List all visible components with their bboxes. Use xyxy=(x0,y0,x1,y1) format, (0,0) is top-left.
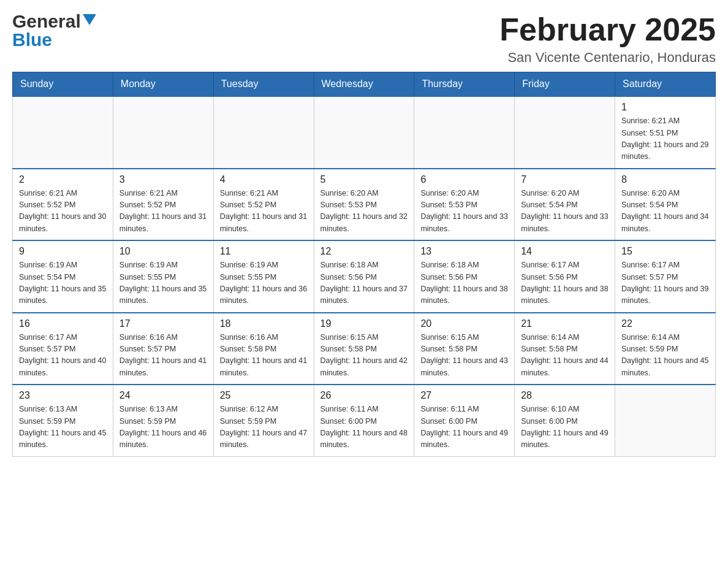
weekday-header-sunday: Sunday xyxy=(13,72,113,97)
day-info: Sunrise: 6:21 AM Sunset: 5:51 PM Dayligh… xyxy=(621,115,709,163)
calendar-day: 19Sunrise: 6:15 AM Sunset: 5:58 PM Dayli… xyxy=(314,313,414,385)
calendar-day: 23Sunrise: 6:13 AM Sunset: 5:59 PM Dayli… xyxy=(13,385,113,456)
logo-general-text: General xyxy=(12,12,81,31)
week-row-1: 1Sunrise: 6:21 AM Sunset: 5:51 PM Daylig… xyxy=(13,96,716,169)
day-number: 19 xyxy=(320,318,408,329)
calendar-day xyxy=(314,96,414,169)
calendar-day: 14Sunrise: 6:17 AM Sunset: 5:56 PM Dayli… xyxy=(515,240,615,313)
day-number: 1 xyxy=(621,102,709,113)
day-number: 20 xyxy=(420,318,508,329)
calendar-table: SundayMondayTuesdayWednesdayThursdayFrid… xyxy=(12,72,716,457)
day-number: 23 xyxy=(19,390,107,401)
weekday-header-thursday: Thursday xyxy=(414,72,515,97)
calendar-day: 21Sunrise: 6:14 AM Sunset: 5:58 PM Dayli… xyxy=(515,313,615,385)
day-info: Sunrise: 6:12 AM Sunset: 5:59 PM Dayligh… xyxy=(220,404,308,451)
calendar-day: 22Sunrise: 6:14 AM Sunset: 5:59 PM Dayli… xyxy=(615,313,716,385)
calendar-day: 18Sunrise: 6:16 AM Sunset: 5:58 PM Dayli… xyxy=(213,313,314,385)
day-number: 13 xyxy=(420,246,508,257)
day-info: Sunrise: 6:20 AM Sunset: 5:54 PM Dayligh… xyxy=(621,188,709,236)
calendar-day xyxy=(113,96,213,169)
week-row-2: 2Sunrise: 6:21 AM Sunset: 5:52 PM Daylig… xyxy=(13,169,716,241)
calendar-day: 4Sunrise: 6:21 AM Sunset: 5:52 PM Daylig… xyxy=(213,169,314,241)
logo-blue-text: Blue xyxy=(12,31,52,49)
day-info: Sunrise: 6:19 AM Sunset: 5:54 PM Dayligh… xyxy=(19,259,107,307)
day-number: 2 xyxy=(19,174,107,185)
day-info: Sunrise: 6:15 AM Sunset: 5:58 PM Dayligh… xyxy=(320,332,408,380)
day-number: 5 xyxy=(320,174,408,185)
calendar-day: 5Sunrise: 6:20 AM Sunset: 5:53 PM Daylig… xyxy=(314,169,414,241)
day-number: 18 xyxy=(220,318,308,329)
day-number: 8 xyxy=(621,174,709,185)
day-info: Sunrise: 6:18 AM Sunset: 5:56 PM Dayligh… xyxy=(420,259,508,307)
calendar-day: 11Sunrise: 6:19 AM Sunset: 5:55 PM Dayli… xyxy=(213,240,314,313)
day-info: Sunrise: 6:20 AM Sunset: 5:54 PM Dayligh… xyxy=(521,188,609,236)
day-number: 15 xyxy=(621,246,709,257)
day-info: Sunrise: 6:17 AM Sunset: 5:56 PM Dayligh… xyxy=(521,259,609,307)
day-info: Sunrise: 6:11 AM Sunset: 6:00 PM Dayligh… xyxy=(420,404,508,451)
week-row-4: 16Sunrise: 6:17 AM Sunset: 5:57 PM Dayli… xyxy=(13,313,716,385)
day-info: Sunrise: 6:21 AM Sunset: 5:52 PM Dayligh… xyxy=(220,188,308,236)
calendar-day: 9Sunrise: 6:19 AM Sunset: 5:54 PM Daylig… xyxy=(13,240,113,313)
calendar-day: 1Sunrise: 6:21 AM Sunset: 5:51 PM Daylig… xyxy=(615,96,716,169)
calendar-day: 10Sunrise: 6:19 AM Sunset: 5:55 PM Dayli… xyxy=(113,240,213,313)
weekday-header-friday: Friday xyxy=(515,72,615,97)
day-info: Sunrise: 6:20 AM Sunset: 5:53 PM Dayligh… xyxy=(420,188,508,236)
calendar-day: 17Sunrise: 6:16 AM Sunset: 5:57 PM Dayli… xyxy=(113,313,213,385)
day-number: 22 xyxy=(621,318,709,329)
day-info: Sunrise: 6:16 AM Sunset: 5:58 PM Dayligh… xyxy=(220,332,308,380)
day-number: 28 xyxy=(521,390,609,401)
page-header: General Blue February 2025 San Vicente C… xyxy=(12,12,716,66)
day-number: 27 xyxy=(420,390,508,401)
calendar-day xyxy=(13,96,113,169)
calendar-day: 3Sunrise: 6:21 AM Sunset: 5:52 PM Daylig… xyxy=(113,169,213,241)
day-number: 24 xyxy=(119,390,207,401)
calendar-day xyxy=(615,385,716,456)
calendar-header-row: SundayMondayTuesdayWednesdayThursdayFrid… xyxy=(13,72,716,97)
calendar-day: 8Sunrise: 6:20 AM Sunset: 5:54 PM Daylig… xyxy=(615,169,716,241)
day-info: Sunrise: 6:17 AM Sunset: 5:57 PM Dayligh… xyxy=(621,259,709,307)
calendar-day: 13Sunrise: 6:18 AM Sunset: 5:56 PM Dayli… xyxy=(414,240,515,313)
month-title: February 2025 xyxy=(499,12,716,47)
calendar-day xyxy=(414,96,515,169)
day-number: 26 xyxy=(320,390,408,401)
day-info: Sunrise: 6:14 AM Sunset: 5:59 PM Dayligh… xyxy=(621,332,709,380)
calendar-day: 20Sunrise: 6:15 AM Sunset: 5:58 PM Dayli… xyxy=(414,313,515,385)
logo-triangle-icon xyxy=(83,14,96,25)
logo: General Blue xyxy=(12,12,96,49)
day-number: 12 xyxy=(320,246,408,257)
day-number: 10 xyxy=(119,246,207,257)
day-info: Sunrise: 6:19 AM Sunset: 5:55 PM Dayligh… xyxy=(119,259,207,307)
week-row-5: 23Sunrise: 6:13 AM Sunset: 5:59 PM Dayli… xyxy=(13,385,716,456)
day-info: Sunrise: 6:21 AM Sunset: 5:52 PM Dayligh… xyxy=(119,188,207,236)
day-number: 3 xyxy=(119,174,207,185)
week-row-3: 9Sunrise: 6:19 AM Sunset: 5:54 PM Daylig… xyxy=(13,240,716,313)
day-number: 11 xyxy=(220,246,308,257)
calendar-day xyxy=(515,96,615,169)
calendar-day: 16Sunrise: 6:17 AM Sunset: 5:57 PM Dayli… xyxy=(13,313,113,385)
day-info: Sunrise: 6:20 AM Sunset: 5:53 PM Dayligh… xyxy=(320,188,408,236)
day-number: 7 xyxy=(521,174,609,185)
day-number: 21 xyxy=(521,318,609,329)
day-number: 14 xyxy=(521,246,609,257)
day-info: Sunrise: 6:19 AM Sunset: 5:55 PM Dayligh… xyxy=(220,259,308,307)
day-info: Sunrise: 6:17 AM Sunset: 5:57 PM Dayligh… xyxy=(19,332,107,380)
weekday-header-monday: Monday xyxy=(113,72,213,97)
calendar-day: 7Sunrise: 6:20 AM Sunset: 5:54 PM Daylig… xyxy=(515,169,615,241)
calendar-day: 15Sunrise: 6:17 AM Sunset: 5:57 PM Dayli… xyxy=(615,240,716,313)
calendar-day: 27Sunrise: 6:11 AM Sunset: 6:00 PM Dayli… xyxy=(414,385,515,456)
day-info: Sunrise: 6:16 AM Sunset: 5:57 PM Dayligh… xyxy=(119,332,207,380)
calendar-day: 26Sunrise: 6:11 AM Sunset: 6:00 PM Dayli… xyxy=(314,385,414,456)
calendar-day: 12Sunrise: 6:18 AM Sunset: 5:56 PM Dayli… xyxy=(314,240,414,313)
day-info: Sunrise: 6:10 AM Sunset: 6:00 PM Dayligh… xyxy=(521,404,609,451)
weekday-header-saturday: Saturday xyxy=(615,72,716,97)
day-info: Sunrise: 6:15 AM Sunset: 5:58 PM Dayligh… xyxy=(420,332,508,380)
day-number: 4 xyxy=(220,174,308,185)
day-number: 6 xyxy=(420,174,508,185)
day-info: Sunrise: 6:11 AM Sunset: 6:00 PM Dayligh… xyxy=(320,404,408,451)
calendar-day: 2Sunrise: 6:21 AM Sunset: 5:52 PM Daylig… xyxy=(13,169,113,241)
weekday-header-tuesday: Tuesday xyxy=(213,72,314,97)
calendar-day: 25Sunrise: 6:12 AM Sunset: 5:59 PM Dayli… xyxy=(213,385,314,456)
day-number: 17 xyxy=(119,318,207,329)
day-info: Sunrise: 6:18 AM Sunset: 5:56 PM Dayligh… xyxy=(320,259,408,307)
day-info: Sunrise: 6:13 AM Sunset: 5:59 PM Dayligh… xyxy=(119,404,207,451)
